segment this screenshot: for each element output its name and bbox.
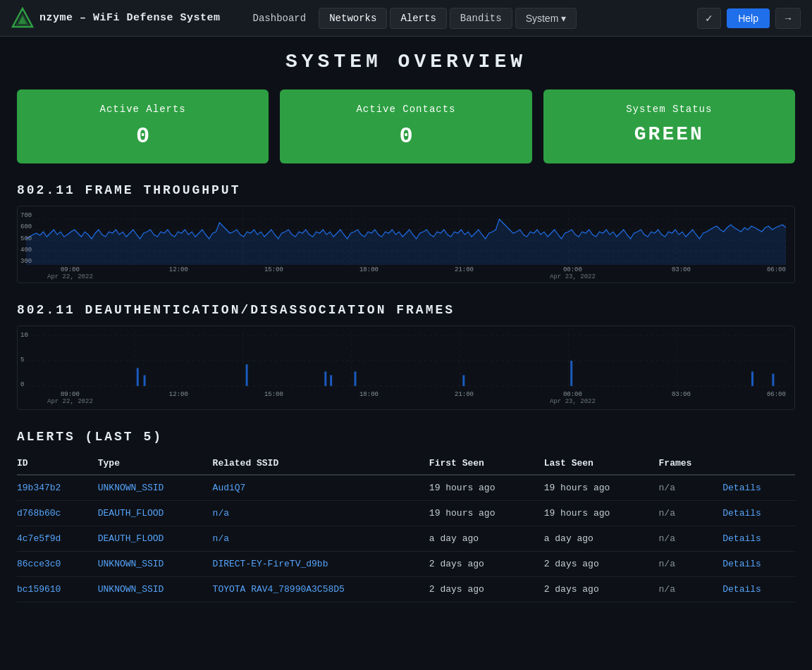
page-title: System Overview xyxy=(17,51,795,73)
active-alerts-value: 0 xyxy=(136,123,149,149)
cell-ssid: DIRECT-EY-FireTV_d9bb xyxy=(213,552,429,577)
nav-bandits[interactable]: Bandits xyxy=(450,8,512,29)
deauth-y-labels: 10 5 0 xyxy=(20,332,28,388)
cell-frames: n/a xyxy=(659,577,723,602)
navbar: nzyme – WiFi Defense System Dashboard Ne… xyxy=(0,0,812,37)
active-contacts-value: 0 xyxy=(399,123,412,149)
alerts-title: Alerts (Last 5) xyxy=(17,430,795,444)
nav-right: ✓ Help → xyxy=(697,8,801,29)
active-alerts-label: Active Alerts xyxy=(100,104,186,115)
svg-rect-32 xyxy=(570,361,572,386)
cell-ssid: AudiQ7 xyxy=(213,475,429,501)
col-first-seen: First Seen xyxy=(429,452,544,475)
details-link[interactable]: Details xyxy=(722,526,795,552)
cell-ssid: n/a xyxy=(213,501,429,526)
cell-first-seen: 2 days ago xyxy=(429,577,544,602)
nav-dashboard[interactable]: Dashboard xyxy=(243,8,316,28)
col-type: Type xyxy=(98,452,213,475)
active-contacts-card: Active Contacts 0 xyxy=(280,89,531,163)
cell-first-seen: 19 hours ago xyxy=(429,501,544,526)
cell-first-seen: a day ago xyxy=(429,526,544,552)
svg-rect-31 xyxy=(462,376,465,386)
details-link[interactable]: Details xyxy=(722,577,795,602)
brand: nzyme – WiFi Defense System xyxy=(11,7,221,30)
cell-last-seen: 2 days ago xyxy=(544,577,659,602)
cell-first-seen: 2 days ago xyxy=(429,552,544,577)
cell-ssid: TOYOTA RAV4_78990A3C58D5 xyxy=(213,577,429,602)
deauth-x-axis: 09:00 Apr 22, 2022 12:00 15:00 18:00 21:… xyxy=(26,391,786,405)
help-button[interactable]: Help xyxy=(727,8,770,28)
cell-type: DEAUTH_FLOOD xyxy=(98,501,213,526)
system-status-label: System Status xyxy=(626,104,712,115)
svg-rect-34 xyxy=(772,373,774,385)
logout-button[interactable]: → xyxy=(775,8,801,29)
throughput-svg: .grid-line { stroke: #21262d; stroke-wid… xyxy=(26,212,786,265)
cell-frames: n/a xyxy=(659,552,723,577)
table-row: bc159610 UNKNOWN_SSID TOYOTA RAV4_78990A… xyxy=(17,577,795,602)
cell-id: bc159610 xyxy=(17,577,98,602)
cell-type: UNKNOWN_SSID xyxy=(98,552,213,577)
cell-last-seen: a day ago xyxy=(544,526,659,552)
cell-first-seen: 19 hours ago xyxy=(429,475,544,501)
nav-system[interactable]: System ▾ xyxy=(515,8,577,29)
cell-last-seen: 2 days ago xyxy=(544,552,659,577)
throughput-section: 802.11 Frame Throughput .grid-line { str… xyxy=(17,183,795,283)
cell-id: d768b60c xyxy=(17,501,98,526)
main-content: System Overview Active Alerts 0 Active C… xyxy=(0,37,812,616)
svg-rect-25 xyxy=(137,368,139,386)
brand-title: nzyme – WiFi Defense System xyxy=(39,12,221,24)
cell-type: UNKNOWN_SSID xyxy=(98,577,213,602)
svg-rect-33 xyxy=(751,371,753,386)
throughput-chart: .grid-line { stroke: #21262d; stroke-wid… xyxy=(17,206,795,283)
system-status-card: System Status GREEN xyxy=(543,89,795,163)
active-contacts-label: Active Contacts xyxy=(356,104,455,115)
chevron-down-icon: ▾ xyxy=(561,13,566,24)
throughput-title: 802.11 Frame Throughput xyxy=(17,183,795,197)
cell-frames: n/a xyxy=(659,526,723,552)
svg-rect-29 xyxy=(330,376,332,386)
throughput-y-labels: 700 600 500 400 300 xyxy=(20,212,32,265)
alerts-section: Alerts (Last 5) ID Type Related SSID Fir… xyxy=(17,430,795,602)
details-link[interactable]: Details xyxy=(722,475,795,501)
table-row: d768b60c DEAUTH_FLOOD n/a 19 hours ago 1… xyxy=(17,501,795,526)
cell-ssid: n/a xyxy=(213,526,429,552)
deauth-chart: .dg { stroke: #21262d; stroke-width:0.5;… xyxy=(17,325,795,410)
deauth-svg: .dg { stroke: #21262d; stroke-width:0.5;… xyxy=(26,332,786,390)
nav-alerts[interactable]: Alerts xyxy=(390,8,446,29)
col-id: ID xyxy=(17,452,98,475)
alerts-table: ID Type Related SSID First Seen Last See… xyxy=(17,452,795,602)
cell-id: 4c7e5f9d xyxy=(17,526,98,552)
deauth-title: 802.11 Deauthentication/Disassociation F… xyxy=(17,303,795,317)
cell-type: DEAUTH_FLOOD xyxy=(98,526,213,552)
active-alerts-card: Active Alerts 0 xyxy=(17,89,269,163)
table-row: 19b347b2 UNKNOWN_SSID AudiQ7 19 hours ag… xyxy=(17,475,795,501)
svg-rect-27 xyxy=(246,364,248,386)
deauth-section: 802.11 Deauthentication/Disassociation F… xyxy=(17,303,795,410)
system-status-value: GREEN xyxy=(634,123,704,145)
cell-frames: n/a xyxy=(659,501,723,526)
svg-rect-30 xyxy=(355,371,357,386)
col-last-seen: Last Seen xyxy=(544,452,659,475)
details-link[interactable]: Details xyxy=(722,501,795,526)
cell-type: UNKNOWN_SSID xyxy=(98,475,213,501)
status-icon-button[interactable]: ✓ xyxy=(697,8,721,29)
col-action xyxy=(722,452,795,475)
svg-rect-28 xyxy=(324,371,326,386)
cell-id: 19b347b2 xyxy=(17,475,98,501)
logo-icon xyxy=(11,7,34,30)
table-row: 86cce3c0 UNKNOWN_SSID DIRECT-EY-FireTV_d… xyxy=(17,552,795,577)
nav-networks[interactable]: Networks xyxy=(319,8,387,29)
table-row: 4c7e5f9d DEAUTH_FLOOD n/a a day ago a da… xyxy=(17,526,795,552)
table-header-row: ID Type Related SSID First Seen Last See… xyxy=(17,452,795,475)
throughput-x-axis: 09:00 Apr 22, 2022 12:00 15:00 18:00 21:… xyxy=(26,266,786,280)
details-link[interactable]: Details xyxy=(722,552,795,577)
col-ssid: Related SSID xyxy=(213,452,429,475)
col-frames: Frames xyxy=(659,452,723,475)
svg-rect-26 xyxy=(144,376,146,386)
cell-frames: n/a xyxy=(659,475,723,501)
svg-marker-15 xyxy=(26,219,786,265)
cell-last-seen: 19 hours ago xyxy=(544,501,659,526)
cell-id: 86cce3c0 xyxy=(17,552,98,577)
status-cards: Active Alerts 0 Active Contacts 0 System… xyxy=(17,89,795,163)
nav-links: Dashboard Networks Alerts Bandits System… xyxy=(243,8,698,29)
